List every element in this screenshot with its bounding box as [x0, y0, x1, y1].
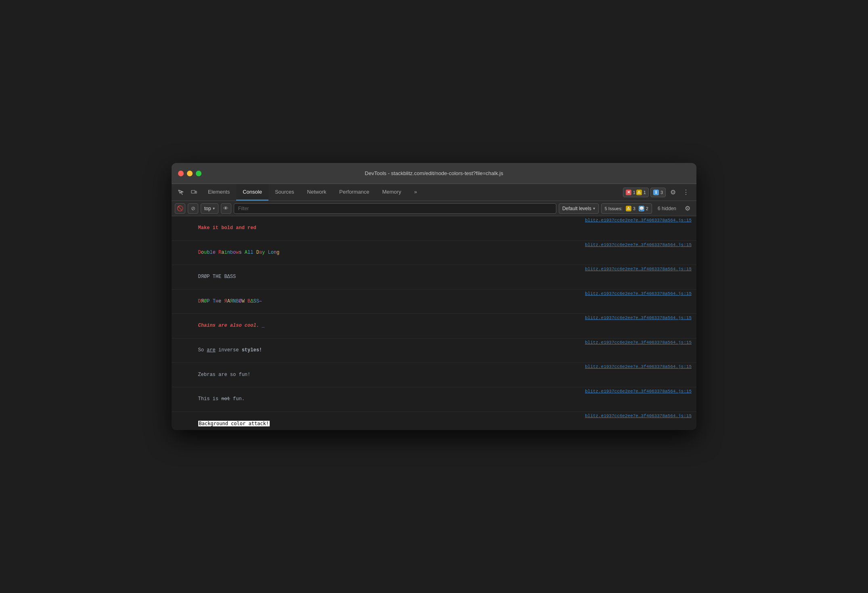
console-message: Zebras are so fun! [175, 363, 579, 386]
context-selector[interactable]: top ▾ [201, 203, 218, 214]
tab-bar-badges: ✕ 1 ⚠ 1 ℹ 3 ⚙ ⋮ [620, 184, 695, 200]
maximize-button[interactable] [196, 171, 201, 176]
issues-info-count: 2 [646, 206, 648, 211]
settings-button[interactable]: ⚙ [667, 187, 679, 198]
more-options-button[interactable]: ⋮ [680, 187, 692, 198]
tab-elements[interactable]: Elements [201, 184, 236, 200]
console-source[interactable]: blitz.e1937cc6e2ee7e…3f4063378a564.js:15 [585, 413, 692, 420]
tab-bar: Elements Console Sources Network Perform… [172, 184, 696, 201]
tab-console[interactable]: Console [236, 184, 268, 200]
tab-network[interactable]: Network [301, 184, 333, 200]
close-button[interactable] [178, 171, 184, 176]
console-source[interactable]: blitz.e1937cc6e2ee7e…3f4063378a564.js:15 [585, 242, 692, 249]
console-message: DЯØP Tнe ЯАЯNBØW BΔSSꟷ [175, 290, 579, 313]
eye-icon[interactable]: 👁 [221, 203, 231, 214]
console-source[interactable]: blitz.e1937cc6e2ee7e…3f4063378a564.js:15 [585, 339, 692, 347]
title-bar: DevTools - stackblitz.com/edit/node-colo… [172, 163, 696, 184]
info-count: 3 [660, 190, 663, 195]
level-selector[interactable]: Default levels ▾ [559, 203, 599, 214]
console-message: DЯØP THE BΔSS [175, 265, 579, 289]
block-icon[interactable]: ⊘ [188, 203, 198, 214]
issues-warn-count: 3 [633, 206, 635, 211]
info-icon: ℹ [653, 190, 659, 195]
device-toolbar-icon[interactable] [188, 187, 200, 198]
console-message: Make it bold and red [175, 217, 579, 240]
table-row: DЯØP Tнe ЯАЯNBØW BΔSSꟷ blitz.e1937cc6e2e… [172, 290, 696, 314]
console-source[interactable]: blitz.e1937cc6e2ee7e…3f4063378a564.js:15 [585, 363, 692, 371]
level-label: Default levels [562, 206, 591, 211]
console-message: Chains are also cool. _ [175, 314, 579, 338]
error-icon: ✕ [626, 190, 631, 195]
traffic-lights [178, 171, 201, 176]
window-title: DevTools - stackblitz.com/edit/node-colo… [365, 170, 503, 176]
console-message: So are inverse styles! [175, 339, 579, 362]
issues-label: 5 Issues: [605, 206, 623, 211]
issues-button[interactable]: 5 Issues: ⚠ 3 💬 2 [601, 203, 652, 214]
console-settings-button[interactable]: ⚙ [682, 203, 693, 214]
context-dropdown-icon: ▾ [213, 206, 215, 211]
level-dropdown-icon: ▾ [593, 206, 595, 211]
console-message: Background color attack! [175, 412, 579, 430]
console-source[interactable]: blitz.e1937cc6e2ee7e…3f4063378a564.js:15 [585, 388, 692, 395]
issues-warn-icon: ⚠ [626, 206, 631, 211]
tab-performance[interactable]: Performance [333, 184, 375, 200]
issues-info-icon: 💬 [639, 206, 644, 211]
console-source[interactable]: blitz.e1937cc6e2ee7e…3f4063378a564.js:15 [585, 290, 692, 298]
svg-rect-0 [191, 190, 195, 193]
table-row: Zebras are so fun! blitz.e1937cc6e2ee7e…… [172, 363, 696, 387]
console-toolbar: 🚫 ⊘ top ▾ 👁 Default levels ▾ 5 Issues: ⚠… [172, 201, 696, 216]
hidden-count: 6 hidden [654, 206, 679, 211]
bg-text: Background color attack! [198, 421, 270, 426]
context-label: top [204, 206, 211, 211]
info-badge-group[interactable]: ℹ 3 [650, 188, 666, 197]
console-message: This is not fun. [175, 388, 579, 411]
error-badge-group[interactable]: ✕ 1 ⚠ 1 [623, 188, 649, 197]
console-source[interactable]: blitz.e1937cc6e2ee7e…3f4063378a564.js:15 [585, 315, 692, 322]
devtools-window: DevTools - stackblitz.com/edit/node-colo… [172, 163, 696, 430]
console-source[interactable]: blitz.e1937cc6e2ee7e…3f4063378a564.js:15 [585, 266, 692, 273]
table-row: Double Rainbows All Day Long blitz.e1937… [172, 241, 696, 265]
clear-console-button[interactable]: 🚫 [175, 203, 185, 214]
inspect-element-icon[interactable] [175, 187, 187, 198]
tab-bar-tools [173, 184, 201, 200]
minimize-button[interactable] [187, 171, 193, 176]
error-count: 1 [633, 190, 635, 195]
tab-more[interactable]: » [408, 184, 424, 200]
console-message: Double Rainbows All Day Long [175, 241, 579, 265]
filter-input[interactable] [234, 203, 556, 214]
svg-rect-1 [195, 191, 197, 193]
table-row: Background color attack! blitz.e1937cc6e… [172, 412, 696, 430]
table-row: Chains are also cool. _ blitz.e1937cc6e2… [172, 314, 696, 338]
console-source[interactable]: blitz.e1937cc6e2ee7e…3f4063378a564.js:15 [585, 217, 692, 224]
table-row: So are inverse styles! blitz.e1937cc6e2e… [172, 338, 696, 363]
warn-count: 1 [644, 190, 646, 195]
tab-memory[interactable]: Memory [376, 184, 408, 200]
console-output: Make it bold and red blitz.e1937cc6e2ee7… [172, 216, 696, 430]
tab-sources[interactable]: Sources [268, 184, 301, 200]
tabs: Elements Console Sources Network Perform… [201, 184, 620, 200]
table-row: Make it bold and red blitz.e1937cc6e2ee7… [172, 216, 696, 241]
table-row: This is not fun. blitz.e1937cc6e2ee7e…3f… [172, 387, 696, 412]
warn-icon: ⚠ [636, 190, 642, 195]
table-row: DЯØP THE BΔSS blitz.e1937cc6e2ee7e…3f406… [172, 265, 696, 290]
